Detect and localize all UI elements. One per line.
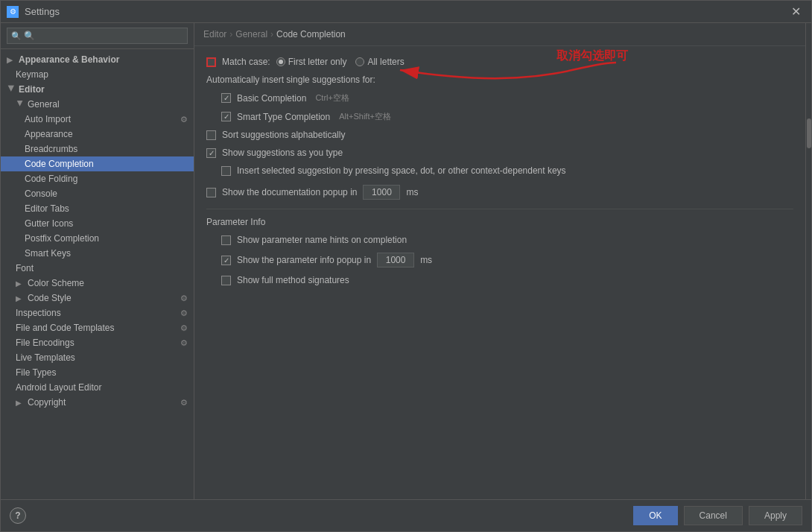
insert-selected-checkbox[interactable] — [221, 166, 231, 176]
sidebar-item-editor[interactable]: ▶ Editor — [1, 82, 194, 97]
sidebar-item-label: File Encodings — [16, 338, 74, 348]
show-doc-popup-row: Show the documentation popup in ms — [206, 183, 793, 201]
sidebar-item-code-style[interactable]: ▶ Code Style ⚙ — [1, 291, 194, 305]
scroll-indicator — [805, 23, 811, 499]
search-icon: 🔍 — [11, 31, 22, 41]
arrow-icon: ▶ — [16, 399, 25, 407]
sidebar-item-label: Android Layout Editor — [16, 382, 101, 393]
sidebar-item-label: Font — [16, 263, 34, 273]
first-letter-option[interactable]: First letter only — [276, 57, 347, 67]
sidebar-item-code-folding[interactable]: Code Folding — [1, 171, 194, 186]
breadcrumb: Editor › General › Code Completion — [194, 23, 805, 46]
arrow-icon: ▶ — [16, 294, 25, 303]
help-button[interactable]: ? — [10, 507, 26, 524]
close-button[interactable]: ✕ — [787, 3, 805, 20]
bottom-left: ? — [10, 507, 26, 524]
sidebar-item-label: Code Style — [28, 293, 72, 303]
sidebar-item-label: Postfix Completion — [25, 233, 99, 244]
sidebar-item-code-completion[interactable]: Code Completion — [1, 156, 194, 171]
sidebar-item-editor-tabs[interactable]: Editor Tabs — [1, 201, 194, 216]
basic-completion-checkbox[interactable] — [221, 93, 231, 103]
sidebar-item-appearance[interactable]: Appearance — [1, 127, 194, 142]
doc-popup-ms: ms — [406, 187, 418, 197]
settings-window: ⚙ Settings ✕ 🔍 ▶ Appearance & Behavior — [0, 0, 812, 532]
sidebar-item-label: Code Completion — [25, 159, 94, 169]
smart-type-label: Smart Type Completion — [237, 112, 330, 122]
sidebar-item-inspections[interactable]: Inspections ⚙ — [1, 305, 194, 320]
cancel-button[interactable]: Cancel — [684, 506, 743, 525]
show-full-method-row: Show full method signatures — [206, 273, 793, 287]
sidebar-item-appearance-behavior[interactable]: ▶ Appearance & Behavior — [1, 52, 194, 67]
sidebar-item-label: Keymap — [16, 69, 48, 80]
sidebar-item-general[interactable]: ▶ General — [1, 97, 194, 112]
sidebar-item-file-encodings[interactable]: File Encodings ⚙ — [1, 335, 194, 350]
show-param-info-label: Show the parameter info popup in — [237, 255, 371, 265]
all-letters-option[interactable]: All letters — [355, 57, 404, 67]
show-param-info-checkbox[interactable] — [221, 256, 231, 265]
settings-icon: ⚙ — [180, 323, 188, 333]
smart-type-row: Smart Type Completion Alt+Shift+空格 — [206, 110, 793, 124]
sidebar-item-color-scheme[interactable]: ▶ Color Scheme — [1, 276, 194, 291]
sidebar-item-label: General — [28, 99, 60, 110]
sidebar-item-copyright[interactable]: ▶ Copyright ⚙ — [1, 395, 194, 410]
ok-button[interactable]: OK — [633, 506, 677, 525]
scroll-thumb[interactable] — [807, 118, 811, 148]
sidebar-item-postfix-completion[interactable]: Postfix Completion — [1, 231, 194, 246]
settings-icon: ⚙ — [180, 398, 188, 408]
sidebar-item-gutter-icons[interactable]: Gutter Icons — [1, 216, 194, 231]
show-param-hints-label: Show parameter name hints on completion — [237, 235, 407, 245]
sidebar-item-label: Console — [25, 189, 57, 199]
param-info-value[interactable] — [377, 253, 414, 267]
auto-insert-row: Automatically insert single suggestions … — [206, 73, 793, 86]
sidebar-item-label: Appearance & Behavior — [19, 54, 119, 65]
match-case-checkbox[interactable] — [206, 57, 216, 67]
sidebar-item-label: File and Code Templates — [16, 323, 115, 333]
main-panel: Editor › General › Code Completion Match… — [194, 23, 805, 499]
show-doc-popup-checkbox[interactable] — [206, 188, 216, 197]
show-param-info-row: Show the parameter info popup in ms — [206, 251, 793, 269]
window-title: Settings — [25, 6, 60, 17]
sidebar-item-label: Editor Tabs — [25, 203, 69, 214]
content-area: 🔍 ▶ Appearance & Behavior Keymap ▶ Edito… — [1, 23, 811, 499]
sidebar-item-breadcrumbs[interactable]: Breadcrumbs — [1, 142, 194, 156]
sort-suggestions-checkbox[interactable] — [206, 130, 216, 140]
show-suggestions-checkbox[interactable] — [206, 148, 216, 158]
sidebar-item-android-layout-editor[interactable]: Android Layout Editor — [1, 380, 194, 395]
smart-type-checkbox[interactable] — [221, 112, 231, 121]
show-full-method-label: Show full method signatures — [237, 275, 349, 285]
show-full-method-checkbox[interactable] — [221, 276, 231, 285]
sidebar-item-live-templates[interactable]: Live Templates — [1, 350, 194, 365]
parameter-info-title: Parameter Info — [206, 217, 793, 227]
match-case-label: Match case: — [222, 57, 270, 67]
sidebar-item-file-code-templates[interactable]: File and Code Templates ⚙ — [1, 320, 194, 335]
sidebar-item-label: Live Templates — [16, 352, 75, 363]
sidebar-item-file-types[interactable]: File Types — [1, 365, 194, 380]
sidebar-item-label: Gutter Icons — [25, 218, 73, 229]
sidebar-item-label: Editor — [19, 84, 45, 95]
show-param-hints-checkbox[interactable] — [221, 235, 231, 245]
bottom-bar: ? OK Cancel Apply — [1, 499, 811, 531]
apply-button[interactable]: Apply — [749, 506, 802, 525]
breadcrumb-current: Code Completion — [276, 29, 346, 39]
sidebar-item-label: Appearance — [25, 129, 73, 139]
parameter-info-section: Parameter Info Show parameter name hints… — [206, 217, 793, 287]
match-case-row: Match case: First letter only All letter… — [206, 55, 793, 69]
show-suggestions-row: Show suggestions as you type — [206, 146, 793, 159]
param-info-ms: ms — [420, 255, 432, 265]
all-letters-label: All letters — [367, 57, 404, 67]
basic-completion-shortcut: Ctrl+空格 — [315, 92, 349, 104]
all-letters-radio[interactable] — [355, 57, 364, 66]
search-input[interactable] — [7, 28, 188, 44]
sidebar-item-console[interactable]: Console — [1, 186, 194, 201]
doc-popup-value[interactable] — [363, 185, 400, 200]
first-letter-radio[interactable] — [276, 57, 285, 66]
smart-type-shortcut: Alt+Shift+空格 — [339, 111, 391, 122]
sidebar-item-font[interactable]: Font — [1, 261, 194, 276]
section-divider — [206, 209, 793, 209]
settings-icon: ⚙ — [180, 338, 188, 348]
sidebar-item-label: Auto Import — [25, 114, 71, 124]
sidebar-item-auto-import[interactable]: Auto Import ⚙ — [1, 112, 194, 127]
sidebar-item-keymap[interactable]: Keymap — [1, 67, 194, 82]
sidebar-item-smart-keys[interactable]: Smart Keys — [1, 246, 194, 261]
sidebar-item-label: Breadcrumbs — [25, 144, 77, 154]
